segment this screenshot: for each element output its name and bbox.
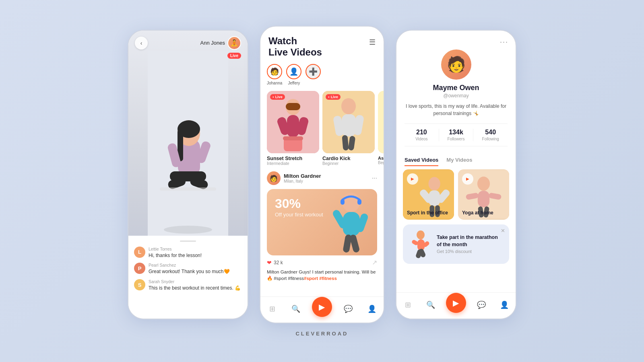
svg-rect-37 xyxy=(349,234,360,253)
nav-home[interactable]: ⊞ xyxy=(264,301,280,317)
svg-rect-21 xyxy=(283,136,303,140)
live-badge-card1: Live xyxy=(270,94,285,100)
banner-close-button[interactable]: ✕ xyxy=(501,228,505,234)
story-avatar: 🧑 xyxy=(267,64,282,79)
p3-nav-profile[interactable]: 👤 xyxy=(497,297,512,313)
phone1-top-bar: ‹ Ann Jones 🧘 xyxy=(128,31,248,53)
promo-card: 30% Off your first workout xyxy=(267,189,377,255)
tab-saved-videos[interactable]: Saved Videos xyxy=(405,157,438,166)
chat-avatar: L xyxy=(134,247,145,258)
profile-stats: 210 Videos 134k Followers 540 Following xyxy=(405,123,508,146)
video-card-3[interactable]: Asce... Begr... xyxy=(378,91,384,166)
phone2-bottom-nav: ⊞ 🔍 ▶ 💬 👤 xyxy=(260,296,384,323)
post-location: Milan, Italy xyxy=(284,179,321,183)
profile-username: @owenmay xyxy=(443,93,469,99)
yoga-figure xyxy=(148,51,228,236)
phone-1-live-video: ‹ Ann Jones 🧘 Live xyxy=(128,30,248,319)
story-name: Jeffery xyxy=(288,81,300,85)
yoga-home-label: Yoga at home xyxy=(458,207,509,220)
back-button[interactable]: ‹ xyxy=(135,37,148,49)
phone-3-profile: ··· 🧑 Mayme Owen @owenmay I love sports,… xyxy=(396,30,516,319)
story-item-more[interactable]: ➕ xyxy=(305,64,321,85)
post-username: Milton Gardner xyxy=(284,173,321,179)
nav-profile[interactable]: 👤 xyxy=(364,301,380,317)
partial-figure xyxy=(378,91,384,153)
marathon-subtitle: Get 10% discount xyxy=(437,249,504,254)
saved-video-yoga-home[interactable]: ▶ Yoga at home xyxy=(458,169,509,220)
post-tags: #sport #fitness xyxy=(304,276,337,281)
saved-video-sport-office[interactable]: ▶ Sport in the office xyxy=(403,169,454,220)
yoga-home-title: Yoga at home xyxy=(462,210,505,216)
p3-nav-messages[interactable]: 💬 xyxy=(474,297,489,313)
chat-content: Pearl Sanchez Great workout! Thank you s… xyxy=(149,263,230,275)
phone-2-watch-live: Watch Live Videos ☰ 🧑 Johanna 👤 Jeffery … xyxy=(260,26,384,323)
nav-messages[interactable]: 💬 xyxy=(341,301,356,317)
post-user-details: Milton Gardner Milan, Italy xyxy=(284,173,321,183)
brand-label: CLEVERROAD xyxy=(295,331,348,337)
svg-point-39 xyxy=(429,177,440,190)
chat-username: Lettie Torres xyxy=(149,247,202,251)
heart-icon: ❤ xyxy=(267,259,272,266)
profile-name: Mayme Owen xyxy=(433,84,479,92)
chat-message: S Sarah Snyder This is the best workout … xyxy=(134,279,242,292)
promo-text: 30% Off your first workout xyxy=(275,197,323,218)
video-card-3-label: Asce... Begr... xyxy=(378,153,384,165)
phone3-bottom-nav: ⊞ 🔍 ▶ 💬 👤 xyxy=(396,292,516,319)
p3-nav-home[interactable]: ⊞ xyxy=(400,297,415,313)
story-item[interactable]: 👤 Jeffery xyxy=(286,64,301,85)
svg-rect-16 xyxy=(286,103,300,110)
live-badge: Live xyxy=(227,53,241,59)
share-button[interactable]: ↗ xyxy=(372,259,377,266)
sport-office-label: Sport in the office xyxy=(403,207,454,220)
nav-search[interactable]: 🔍 xyxy=(288,301,303,317)
svg-rect-31 xyxy=(341,199,345,205)
p3-nav-video-active[interactable]: ▶ xyxy=(446,293,466,313)
chat-username: Sarah Snyder xyxy=(149,279,241,284)
svg-point-23 xyxy=(341,98,356,114)
nav-video-active[interactable]: ▶ xyxy=(312,297,332,317)
stretch-figure xyxy=(267,91,319,153)
more-options-button[interactable]: ··· xyxy=(500,38,508,46)
svg-point-1 xyxy=(164,226,212,234)
svg-rect-47 xyxy=(478,191,489,207)
chat-text: Hi, thanks for the lesson! xyxy=(149,252,202,259)
p3-nav-search[interactable]: 🔍 xyxy=(423,297,438,313)
followers-label: Followers xyxy=(439,137,473,141)
videos-label: Videos xyxy=(405,137,439,141)
story-avatar-more: ➕ xyxy=(305,64,321,79)
chat-avatar: S xyxy=(134,279,145,290)
phone3-top-bar: ··· xyxy=(396,31,516,49)
chat-content: Sarah Snyder This is the best workout in… xyxy=(149,279,241,292)
story-avatar: 👤 xyxy=(286,64,301,79)
svg-rect-24 xyxy=(342,114,356,136)
post-caption: Milton Gardner Guys! I start personal tr… xyxy=(267,269,377,282)
marathon-title: Take part in the marathon of the month xyxy=(437,234,504,248)
play-button-1[interactable]: ▶ xyxy=(407,173,418,185)
sport-office-title: Sport in the office xyxy=(407,210,450,216)
svg-rect-29 xyxy=(378,91,384,153)
chat-message: P Pearl Sanchez Great workout! Thank you… xyxy=(134,263,242,275)
story-item[interactable]: 🧑 Johanna xyxy=(267,64,282,85)
stories-row: 🧑 Johanna 👤 Jeffery ➕ xyxy=(260,64,384,91)
chat-content: Lettie Torres Hi, thanks for the lesson! xyxy=(149,247,202,259)
marathon-banner: Take part in the marathon of the month G… xyxy=(403,224,509,264)
video-card-2[interactable]: Live Cardio Kick Beginner xyxy=(322,91,375,166)
menu-button[interactable]: ☰ xyxy=(369,38,376,47)
tab-my-videos[interactable]: My Videos xyxy=(446,157,472,166)
chat-avatar: P xyxy=(134,263,145,274)
video-cards-row: Live Sunset Stretch xyxy=(260,91,384,171)
play-button-2[interactable]: ▶ xyxy=(462,173,473,185)
likes-count: 32 k xyxy=(274,260,283,265)
video-area xyxy=(128,31,248,236)
marathon-text: Take part in the marathon of the month G… xyxy=(437,234,504,254)
video-card-1[interactable]: Live Sunset Stretch xyxy=(267,91,319,166)
runner-figure xyxy=(409,230,433,258)
promo-description: Off your first workout xyxy=(275,212,323,218)
chat-message: L Lettie Torres Hi, thanks for the lesso… xyxy=(134,247,242,259)
post-section: 🧑 Milton Gardner Milan, Italy ··· 30% Of… xyxy=(267,171,377,282)
post-more-button[interactable]: ··· xyxy=(372,175,377,182)
stat-videos: 210 Videos xyxy=(405,129,439,141)
chat-text: Great workout! Thank you so much🧡 xyxy=(149,268,230,275)
following-label: Following xyxy=(473,137,508,141)
promo-figure xyxy=(329,191,373,255)
